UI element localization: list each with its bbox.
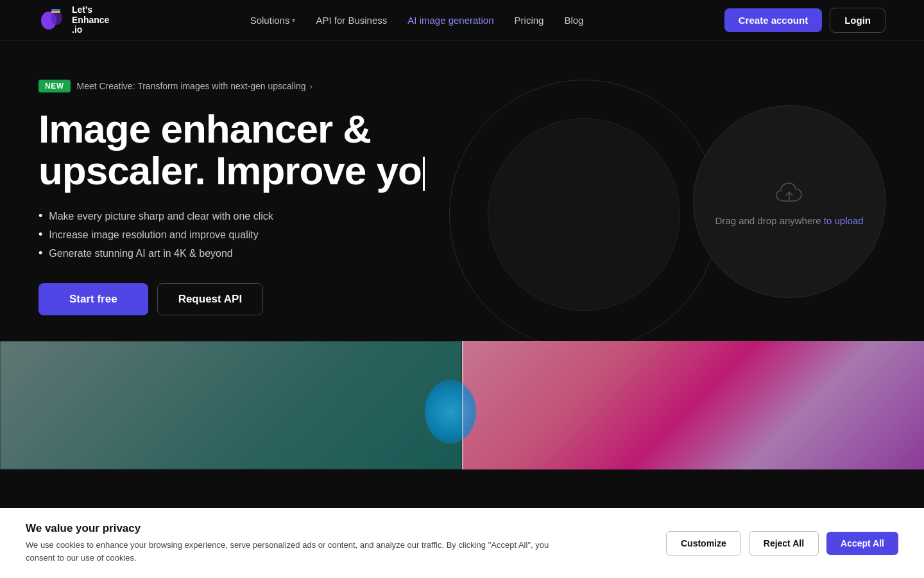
cookie-content: We value your privacy We use cookies to … bbox=[26, 522, 653, 564]
logo-icon bbox=[38, 6, 65, 33]
chevron-down-icon: ▾ bbox=[292, 17, 295, 24]
text-cursor bbox=[423, 157, 425, 191]
upload-text: Drag and drop anywhere to upload bbox=[715, 215, 863, 226]
nav-blog[interactable]: Blog bbox=[564, 15, 583, 26]
logo-text: Let's Enhance .io bbox=[72, 5, 109, 35]
upload-cloud-icon bbox=[772, 178, 807, 206]
svg-rect-4 bbox=[51, 11, 60, 13]
upload-link[interactable]: to upload bbox=[824, 215, 864, 226]
customize-button[interactable]: Customize bbox=[666, 531, 741, 556]
start-free-button[interactable]: Start free bbox=[38, 283, 148, 315]
comparison-left bbox=[0, 341, 462, 469]
svg-point-1 bbox=[51, 11, 62, 25]
reject-all-button[interactable]: Reject All bbox=[749, 531, 819, 556]
svg-rect-3 bbox=[51, 9, 60, 11]
badge-link[interactable]: Meet Creative: Transform images with nex… bbox=[77, 81, 313, 91]
nav-actions: Create account Login bbox=[724, 8, 886, 33]
create-account-button[interactable]: Create account bbox=[724, 8, 822, 32]
nav-solutions[interactable]: Solutions ▾ bbox=[250, 15, 296, 26]
nav-pricing[interactable]: Pricing bbox=[515, 15, 544, 26]
hero-title: Image enhancer & upscaler. Improve yo bbox=[38, 108, 539, 191]
nav-api-business[interactable]: API for Business bbox=[316, 15, 387, 26]
comparison-right bbox=[462, 341, 924, 469]
cookie-description: We use cookies to enhance your browsing … bbox=[26, 539, 552, 564]
badge-new: NEW bbox=[38, 80, 71, 92]
comparison-strip bbox=[0, 341, 924, 469]
nav-links: Solutions ▾ API for Business AI image ge… bbox=[250, 15, 584, 26]
nav-ai-image[interactable]: AI image generation bbox=[407, 15, 493, 26]
comparison-divider bbox=[462, 341, 463, 469]
badge-arrow-icon: › bbox=[310, 82, 312, 91]
comparison-subject bbox=[425, 380, 476, 444]
upload-area[interactable]: Drag and drop anywhere to upload bbox=[693, 105, 886, 298]
login-button[interactable]: Login bbox=[830, 8, 886, 33]
cookie-banner: We value your privacy We use cookies to … bbox=[0, 508, 924, 578]
request-api-button[interactable]: Request API bbox=[157, 283, 264, 315]
navbar: Let's Enhance .io Solutions ▾ API for Bu… bbox=[0, 0, 924, 41]
badge-row: NEW Meet Creative: Transform images with… bbox=[38, 80, 886, 92]
cookie-actions: Customize Reject All Accept All bbox=[666, 531, 898, 556]
hero-section: Drag and drop anywhere to upload NEW Mee… bbox=[0, 41, 924, 495]
logo[interactable]: Let's Enhance .io bbox=[38, 5, 109, 35]
accept-all-button[interactable]: Accept All bbox=[826, 532, 898, 555]
cookie-title: We value your privacy bbox=[26, 522, 653, 535]
